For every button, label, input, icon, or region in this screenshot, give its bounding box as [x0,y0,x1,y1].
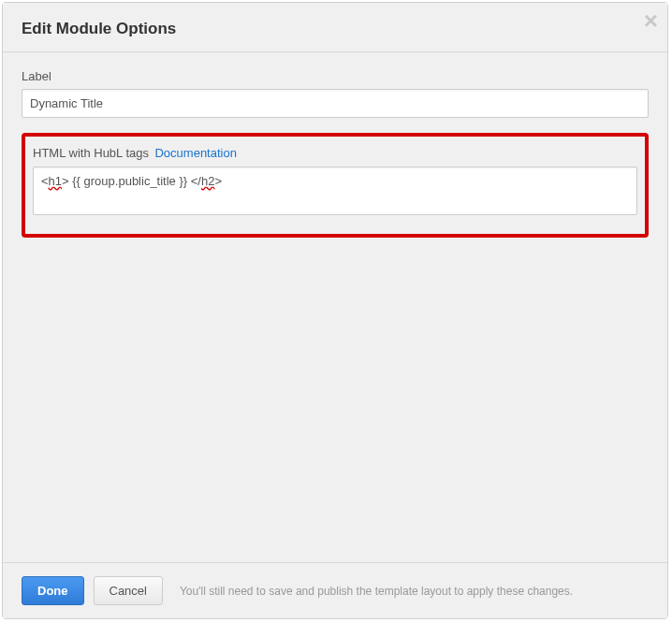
label-input[interactable] [22,89,649,118]
footer-hint: You'll still need to save and publish th… [180,585,573,598]
html-hubl-section: HTML with HubL tags Documentation <h1> {… [22,133,649,238]
html-field-label: HTML with HubL tags [33,146,149,160]
edit-module-modal: Edit Module Options × Label HTML with Hu… [2,2,668,619]
modal-header: Edit Module Options × [3,3,667,52]
label-field-label: Label [22,69,649,83]
code-tag-h1: h1 [49,174,62,188]
documentation-link[interactable]: Documentation [154,146,236,160]
done-button[interactable]: Done [22,576,84,605]
html-code-textarea[interactable]: <h1> {{ group.public_title }} </h2> [33,167,637,215]
html-label-row: HTML with HubL tags Documentation [33,144,637,161]
cancel-button[interactable]: Cancel [94,576,163,605]
modal-body: Label HTML with HubL tags Documentation … [3,52,667,562]
close-icon[interactable]: × [644,8,658,33]
modal-title: Edit Module Options [22,20,649,38]
code-tag-h2: h2 [201,174,214,188]
label-field-group: Label [22,69,649,118]
modal-footer: Done Cancel You'll still need to save an… [3,562,667,618]
